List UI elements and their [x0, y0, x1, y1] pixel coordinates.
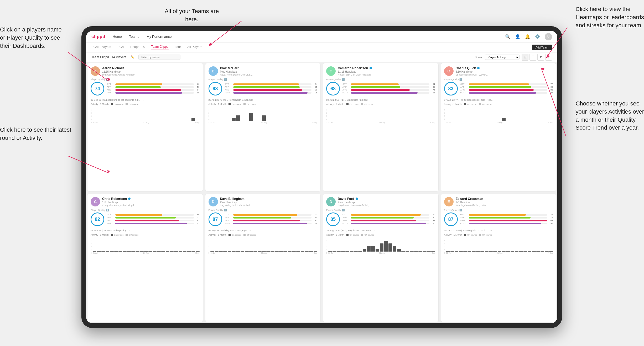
stat-app: APP 63: [342, 86, 435, 88]
quality-circle[interactable]: 85: [326, 212, 340, 226]
chart-container: 54321 31 Jul21 Aug4 Sep: [91, 107, 200, 123]
nav-my-performance[interactable]: My Performance: [147, 35, 172, 39]
sub-nav: PGAT Players PGA Hcaps 1-5 Team Clippd T…: [86, 42, 557, 52]
bell-icon[interactable]: 🔔: [525, 34, 531, 40]
subnav-all-players[interactable]: All Players: [187, 45, 202, 50]
latest-round[interactable]: 03 Mar 23 | 19, Must make putting →: [91, 228, 200, 232]
edit-icon[interactable]: ✏️: [131, 55, 134, 59]
quality-circle[interactable]: 74: [91, 82, 104, 95]
avatar[interactable]: U: [545, 33, 552, 40]
player-handicap: 6:10 Handicap: [456, 70, 553, 73]
chart-container: 54321 31 Jul21 Aug4 Sep: [209, 107, 318, 123]
show-select[interactable]: Player Activity Quality Score Trend: [485, 55, 520, 60]
activity-header: Activity · 1 Month On course Off course: [91, 103, 200, 105]
grid-view-button[interactable]: ⊞: [522, 54, 528, 61]
user-icon[interactable]: 👤: [515, 34, 521, 40]
chart-container: 54321 31 Jul21 Aug4 Sep: [326, 237, 435, 254]
player-name[interactable]: Aaron Nicholls: [102, 66, 200, 70]
stat-arg: ARG 88: [225, 89, 318, 91]
latest-round[interactable]: 02 Jul 23 59 (+17), Craigmillar Park GC …: [326, 97, 435, 101]
player-name[interactable]: Dave Billingham: [220, 197, 318, 201]
stats-grid: OTT 89 APP 80 ARG 83 PUTT 96: [342, 214, 435, 225]
activity-header: Activity · 1 Month On course Off course: [209, 103, 318, 105]
stat-putt: PUTT 94: [225, 222, 318, 225]
search-icon[interactable]: 🔍: [505, 34, 511, 40]
stat-app: APP 58: [107, 86, 200, 88]
activity-section: Activity · 1 Month On course Off course …: [326, 233, 435, 319]
player-handicap: Plus Handicap: [220, 201, 318, 204]
player-name[interactable]: Cameron Robertson: [338, 66, 435, 70]
player-avatar: C: [444, 66, 454, 76]
player-name[interactable]: Charlie Quick: [456, 66, 553, 70]
filter-input[interactable]: [138, 55, 180, 60]
player-card[interactable]: B Blair McHarg Plus Handicap Royal North…: [205, 63, 321, 191]
quality-circle[interactable]: 68: [326, 82, 340, 95]
subnav-pgat[interactable]: PGAT Players: [91, 45, 111, 50]
quality-circle[interactable]: 83: [444, 82, 458, 95]
latest-round[interactable]: 02 Sep 23 | Sunset round to get back int…: [91, 97, 200, 101]
player-info: Edward Crossman 1-5 Handicap Sunningdale…: [456, 197, 553, 207]
quality-circle[interactable]: 87: [444, 212, 458, 226]
stat-ott: OTT 77: [460, 83, 553, 85]
subnav-team-clippd[interactable]: Team Clippd: [151, 45, 169, 50]
subnav-tour[interactable]: Tour: [175, 45, 181, 50]
stats-grid: OTT 82 APP 74 ARG 85 PUTT 94: [225, 214, 318, 225]
quality-score: 83: [448, 86, 453, 92]
quality-section: 87 OTT 82 APP 74 ARG 85: [209, 212, 318, 226]
player-card[interactable]: C Chris Robertson 1-5 Handicap Craigmill…: [87, 194, 203, 322]
player-club: Royal Perth Golf Club, Australia: [338, 73, 372, 76]
player-header: C Chris Robertson 1-5 Handicap Craigmill…: [91, 197, 200, 207]
subnav-pga[interactable]: PGA: [117, 45, 124, 50]
annotation-click-player: Click on a players nameor Player Quality…: [0, 26, 62, 50]
stats-grid: OTT 73 APP 79 ARG 103 PUTT 92: [460, 214, 553, 225]
subnav-hcaps[interactable]: Hcaps 1-5: [130, 45, 145, 50]
player-avatar: D: [326, 197, 336, 206]
player-handicap: 11:15 Handicap: [338, 70, 435, 73]
quality-circle[interactable]: 93: [209, 82, 222, 95]
player-card[interactable]: D Dave Billingham Plus Handicap Sag Main…: [205, 194, 321, 322]
quality-section: 87 OTT 73 APP 79 ARG 103: [444, 212, 553, 226]
latest-round[interactable]: 26 Aug 23 73 (+1), Royal North Devon GC …: [209, 97, 318, 101]
player-card[interactable]: C Charlie Quick 6:10 Handicap St. George…: [441, 63, 557, 191]
quality-section: 85 OTT 89 APP 80 ARG 83: [326, 212, 435, 226]
player-header: C Charlie Quick 6:10 Handicap St. George…: [444, 66, 553, 76]
player-card[interactable]: D David Ford Plus Handicap Royal North D…: [323, 194, 439, 322]
player-card[interactable]: E Edward Crossman 1-5 Handicap Sunningda…: [441, 194, 557, 322]
stat-putt: PUTT 85: [342, 92, 435, 94]
chart-bars: [446, 237, 553, 252]
activity-section: Activity · 1 Month On course Off course …: [209, 233, 318, 319]
latest-round[interactable]: 04 Sep 23 | Mobility with coach, Gym →: [209, 228, 318, 232]
annotation-activities: Choose whether you seeyour players Activ…: [576, 100, 644, 132]
quality-label: Player Quality ℹ️: [91, 209, 200, 211]
stats-grid: OTT 60 APP 58 ARG 84 PUTT 85: [107, 83, 200, 94]
annotation-heatmaps: Click here to view theHeatmaps or leader…: [576, 5, 644, 29]
logo: clippd: [91, 34, 105, 39]
player-club: Craigmillar Park, United Kingdom: [102, 204, 136, 207]
add-team-button[interactable]: Add Team: [532, 45, 552, 50]
latest-round[interactable]: 07 Aug 23 77 (+7), St George's Hill GC -…: [444, 97, 553, 101]
chart-bars: [446, 107, 553, 121]
latest-round[interactable]: 26 Aug 23 84 (+12), Royal North Devon GC…: [326, 228, 435, 232]
tablet-frame: clippd Home Teams My Performance 🔍 👤 🔔 ⚙…: [81, 26, 562, 328]
latest-round[interactable]: 18 Jul 23 74 (+4), Sunningdale GC - Old.…: [444, 228, 553, 232]
player-name[interactable]: Edward Crossman: [456, 197, 553, 201]
sort-view-button[interactable]: ↕: [545, 54, 552, 61]
chart-container: 54321 31 Jul21 Aug4 Sep: [326, 107, 435, 123]
nav-home[interactable]: Home: [113, 35, 122, 39]
player-card[interactable]: A Aaron Nicholls 11:15 Handicap Drift Go…: [87, 63, 203, 191]
player-name[interactable]: David Ford: [338, 197, 435, 201]
player-club: Sag Maing Golf Club, United Kingdom: [220, 204, 254, 207]
settings-icon[interactable]: ⚙️: [535, 34, 541, 40]
player-card[interactable]: C Cameron Robertson 11:15 Handicap Royal…: [323, 63, 439, 191]
player-name[interactable]: Chris Robertson: [102, 197, 200, 201]
list-view-button[interactable]: ☰: [529, 54, 536, 61]
activity-header: Activity · 1 Month On course Off course: [326, 103, 435, 105]
stat-ott: OTT 60: [107, 83, 200, 85]
filter-view-button[interactable]: ▼: [537, 54, 544, 61]
activity-header: Activity · 1 Month On course Off course: [91, 233, 200, 236]
quality-circle[interactable]: 82: [91, 212, 104, 226]
quality-circle[interactable]: 87: [209, 212, 222, 226]
nav-teams[interactable]: Teams: [129, 35, 139, 39]
player-name[interactable]: Blair McHarg: [220, 66, 318, 70]
activity-section: Activity · 1 Month On course Off course …: [326, 103, 435, 188]
